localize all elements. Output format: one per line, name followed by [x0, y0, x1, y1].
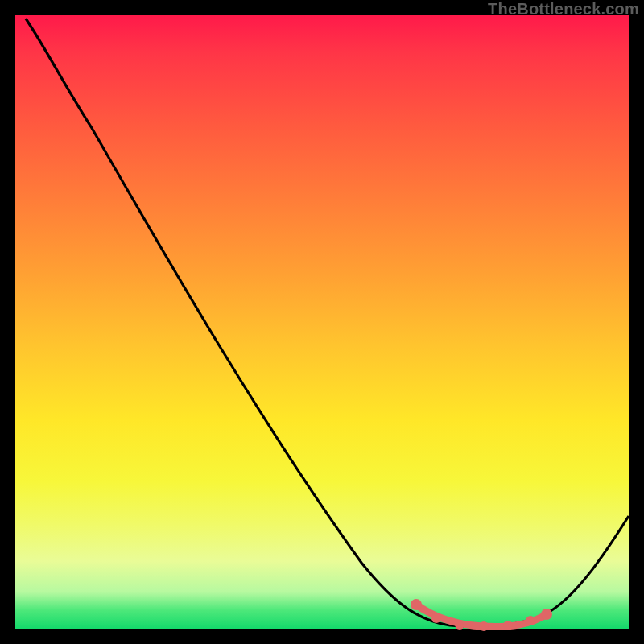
highlight-marker [526, 616, 535, 625]
highlight-marker [431, 613, 441, 623]
highlight-marker [455, 620, 464, 630]
highlight-marker [541, 609, 552, 620]
bottleneck-curve [26, 19, 629, 627]
chart-frame [15, 15, 629, 629]
highlight-marker [411, 599, 422, 610]
highlight-marker [503, 621, 513, 630]
highlight-marker [479, 621, 489, 631]
chart-svg [15, 15, 629, 629]
watermark-text: TheBottleneck.com [488, 0, 639, 19]
